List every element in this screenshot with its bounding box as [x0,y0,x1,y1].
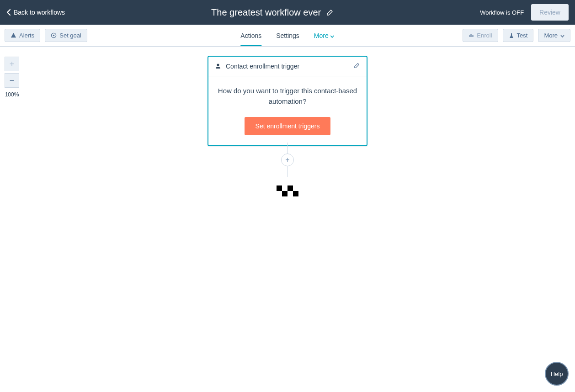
alerts-button[interactable]: Alerts [5,29,40,42]
test-button[interactable]: Test [503,29,534,42]
workflow-status: Workflow is OFF [480,9,524,16]
zoom-percent: 100% [5,91,19,98]
pencil-icon[interactable] [326,9,334,16]
sub-toolbar: Alerts Set goal Actions Settings More En… [0,25,575,47]
set-enrollment-triggers-button[interactable]: Set enrollment triggers [245,117,331,135]
page-title: The greatest workflow ever [211,7,321,18]
add-step-button[interactable]: + [281,154,294,166]
tab-actions[interactable]: Actions [240,25,261,46]
alerts-label: Alerts [19,32,34,39]
contact-icon [215,63,221,70]
test-icon [509,33,514,38]
enrollment-trigger-card: Contact enrollment trigger How do you wa… [208,56,367,146]
title-wrap: The greatest workflow ever [211,7,334,18]
toolbar-left: Alerts Set goal [5,29,87,42]
toolbar-tabs: Actions Settings More [240,25,334,46]
card-question: How do you want to trigger this contact-… [217,85,358,107]
help-label: Help [551,371,563,377]
card-header: Contact enrollment trigger [208,57,367,76]
test-label: Test [517,32,528,39]
card-body: How do you want to trigger this contact-… [208,76,367,145]
svg-point-1 [53,35,54,36]
zoom-out-button[interactable]: − [5,73,19,88]
enroll-label: Enroll [477,32,492,39]
set-goal-label: Set goal [59,32,81,39]
workflow-canvas[interactable]: + − 100% Contact enrollment trigger How … [0,47,575,392]
tab-more-label: More [314,32,329,39]
back-link-label: Back to workflows [14,9,65,16]
set-goal-button[interactable]: Set goal [45,29,87,42]
caret-down-icon [560,32,564,39]
top-header: Back to workflows The greatest workflow … [0,0,575,25]
tab-more[interactable]: More [314,25,335,46]
tab-settings[interactable]: Settings [276,25,299,46]
zoom-in-button[interactable]: + [5,57,19,71]
back-link[interactable]: Back to workflows [6,9,65,16]
caret-down-icon [330,32,335,39]
tab-settings-label: Settings [276,32,299,39]
review-button[interactable]: Review [531,4,569,21]
connector-line [288,166,288,177]
more-button[interactable]: More [538,29,570,42]
more-label: More [544,32,558,39]
target-icon [51,32,57,38]
enroll-button[interactable]: Enroll [463,29,498,42]
chevron-left-icon [6,9,11,16]
tab-actions-label: Actions [240,32,261,39]
header-right: Workflow is OFF Review [480,4,569,21]
card-title: Contact enrollment trigger [226,63,299,70]
svg-point-2 [217,64,219,66]
alert-icon [11,32,16,38]
connector: + [277,143,298,196]
pencil-icon[interactable] [354,62,360,70]
enroll-icon [469,33,474,38]
help-button[interactable]: Help [545,362,569,386]
finish-flag-icon [277,185,298,196]
zoom-controls: + − 100% [5,57,19,98]
toolbar-right: Enroll Test More [463,29,570,42]
connector-line [288,143,288,154]
